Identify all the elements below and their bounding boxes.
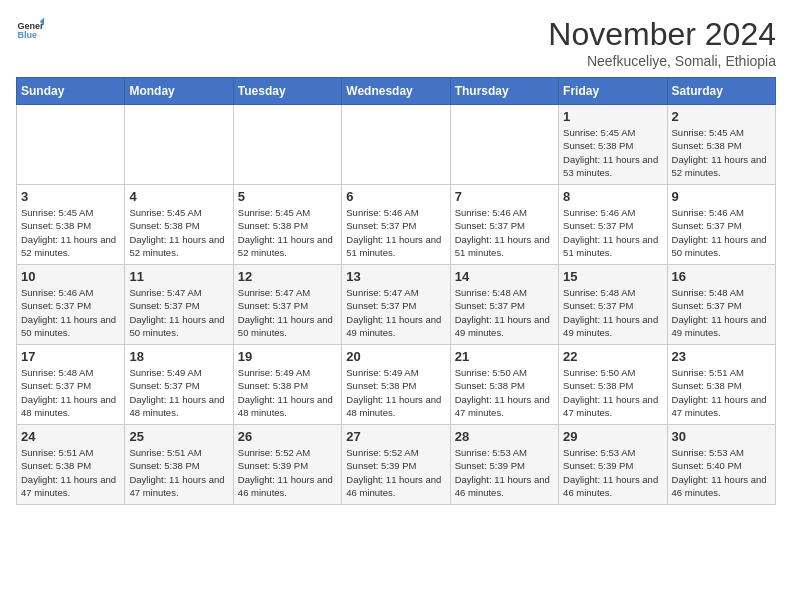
location-subtitle: Neefkuceliye, Somali, Ethiopia	[548, 53, 776, 69]
calendar-cell: 8Sunrise: 5:46 AM Sunset: 5:37 PM Daylig…	[559, 185, 667, 265]
calendar-cell: 23Sunrise: 5:51 AM Sunset: 5:38 PM Dayli…	[667, 345, 775, 425]
calendar-cell: 28Sunrise: 5:53 AM Sunset: 5:39 PM Dayli…	[450, 425, 558, 505]
day-number: 16	[672, 269, 771, 284]
day-number: 23	[672, 349, 771, 364]
day-number: 30	[672, 429, 771, 444]
day-number: 20	[346, 349, 445, 364]
day-number: 10	[21, 269, 120, 284]
day-number: 12	[238, 269, 337, 284]
day-number: 21	[455, 349, 554, 364]
header-saturday: Saturday	[667, 78, 775, 105]
day-info: Sunrise: 5:50 AM Sunset: 5:38 PM Dayligh…	[563, 366, 662, 419]
header-monday: Monday	[125, 78, 233, 105]
day-number: 15	[563, 269, 662, 284]
calendar-cell: 16Sunrise: 5:48 AM Sunset: 5:37 PM Dayli…	[667, 265, 775, 345]
calendar-cell: 11Sunrise: 5:47 AM Sunset: 5:37 PM Dayli…	[125, 265, 233, 345]
calendar-cell: 21Sunrise: 5:50 AM Sunset: 5:38 PM Dayli…	[450, 345, 558, 425]
header-friday: Friday	[559, 78, 667, 105]
calendar-table: SundayMondayTuesdayWednesdayThursdayFrid…	[16, 77, 776, 505]
calendar-cell: 2Sunrise: 5:45 AM Sunset: 5:38 PM Daylig…	[667, 105, 775, 185]
calendar-cell: 3Sunrise: 5:45 AM Sunset: 5:38 PM Daylig…	[17, 185, 125, 265]
svg-text:Blue: Blue	[17, 30, 37, 40]
day-info: Sunrise: 5:48 AM Sunset: 5:37 PM Dayligh…	[455, 286, 554, 339]
calendar-cell	[450, 105, 558, 185]
day-info: Sunrise: 5:47 AM Sunset: 5:37 PM Dayligh…	[238, 286, 337, 339]
calendar-cell: 30Sunrise: 5:53 AM Sunset: 5:40 PM Dayli…	[667, 425, 775, 505]
calendar-cell: 12Sunrise: 5:47 AM Sunset: 5:37 PM Dayli…	[233, 265, 341, 345]
calendar-cell: 10Sunrise: 5:46 AM Sunset: 5:37 PM Dayli…	[17, 265, 125, 345]
day-number: 25	[129, 429, 228, 444]
calendar-week-row: 10Sunrise: 5:46 AM Sunset: 5:37 PM Dayli…	[17, 265, 776, 345]
calendar-cell: 1Sunrise: 5:45 AM Sunset: 5:38 PM Daylig…	[559, 105, 667, 185]
calendar-cell: 24Sunrise: 5:51 AM Sunset: 5:38 PM Dayli…	[17, 425, 125, 505]
header-wednesday: Wednesday	[342, 78, 450, 105]
day-number: 11	[129, 269, 228, 284]
day-number: 18	[129, 349, 228, 364]
day-info: Sunrise: 5:48 AM Sunset: 5:37 PM Dayligh…	[563, 286, 662, 339]
day-number: 26	[238, 429, 337, 444]
calendar-cell: 9Sunrise: 5:46 AM Sunset: 5:37 PM Daylig…	[667, 185, 775, 265]
calendar-cell: 18Sunrise: 5:49 AM Sunset: 5:37 PM Dayli…	[125, 345, 233, 425]
calendar-cell: 19Sunrise: 5:49 AM Sunset: 5:38 PM Dayli…	[233, 345, 341, 425]
day-info: Sunrise: 5:52 AM Sunset: 5:39 PM Dayligh…	[346, 446, 445, 499]
day-number: 22	[563, 349, 662, 364]
logo-icon: General Blue	[16, 16, 44, 44]
header-sunday: Sunday	[17, 78, 125, 105]
header: General Blue November 2024 Neefkuceliye,…	[16, 16, 776, 69]
calendar-cell	[125, 105, 233, 185]
calendar-cell: 7Sunrise: 5:46 AM Sunset: 5:37 PM Daylig…	[450, 185, 558, 265]
calendar-cell: 13Sunrise: 5:47 AM Sunset: 5:37 PM Dayli…	[342, 265, 450, 345]
day-info: Sunrise: 5:53 AM Sunset: 5:39 PM Dayligh…	[455, 446, 554, 499]
calendar-week-row: 17Sunrise: 5:48 AM Sunset: 5:37 PM Dayli…	[17, 345, 776, 425]
day-info: Sunrise: 5:46 AM Sunset: 5:37 PM Dayligh…	[672, 206, 771, 259]
day-info: Sunrise: 5:46 AM Sunset: 5:37 PM Dayligh…	[346, 206, 445, 259]
calendar-cell: 5Sunrise: 5:45 AM Sunset: 5:38 PM Daylig…	[233, 185, 341, 265]
calendar-cell: 14Sunrise: 5:48 AM Sunset: 5:37 PM Dayli…	[450, 265, 558, 345]
day-info: Sunrise: 5:49 AM Sunset: 5:38 PM Dayligh…	[346, 366, 445, 419]
calendar-cell	[233, 105, 341, 185]
calendar-cell: 26Sunrise: 5:52 AM Sunset: 5:39 PM Dayli…	[233, 425, 341, 505]
day-info: Sunrise: 5:51 AM Sunset: 5:38 PM Dayligh…	[129, 446, 228, 499]
day-info: Sunrise: 5:53 AM Sunset: 5:39 PM Dayligh…	[563, 446, 662, 499]
day-number: 2	[672, 109, 771, 124]
day-number: 14	[455, 269, 554, 284]
day-info: Sunrise: 5:46 AM Sunset: 5:37 PM Dayligh…	[563, 206, 662, 259]
calendar-week-row: 3Sunrise: 5:45 AM Sunset: 5:38 PM Daylig…	[17, 185, 776, 265]
day-number: 4	[129, 189, 228, 204]
day-info: Sunrise: 5:48 AM Sunset: 5:37 PM Dayligh…	[672, 286, 771, 339]
calendar-cell: 20Sunrise: 5:49 AM Sunset: 5:38 PM Dayli…	[342, 345, 450, 425]
day-info: Sunrise: 5:52 AM Sunset: 5:39 PM Dayligh…	[238, 446, 337, 499]
day-number: 28	[455, 429, 554, 444]
day-info: Sunrise: 5:47 AM Sunset: 5:37 PM Dayligh…	[129, 286, 228, 339]
day-info: Sunrise: 5:48 AM Sunset: 5:37 PM Dayligh…	[21, 366, 120, 419]
day-number: 17	[21, 349, 120, 364]
calendar-cell: 29Sunrise: 5:53 AM Sunset: 5:39 PM Dayli…	[559, 425, 667, 505]
calendar-cell: 4Sunrise: 5:45 AM Sunset: 5:38 PM Daylig…	[125, 185, 233, 265]
day-info: Sunrise: 5:45 AM Sunset: 5:38 PM Dayligh…	[672, 126, 771, 179]
day-info: Sunrise: 5:53 AM Sunset: 5:40 PM Dayligh…	[672, 446, 771, 499]
day-number: 13	[346, 269, 445, 284]
svg-text:General: General	[17, 21, 44, 31]
day-info: Sunrise: 5:45 AM Sunset: 5:38 PM Dayligh…	[563, 126, 662, 179]
day-number: 6	[346, 189, 445, 204]
day-number: 8	[563, 189, 662, 204]
calendar-cell: 27Sunrise: 5:52 AM Sunset: 5:39 PM Dayli…	[342, 425, 450, 505]
calendar-cell: 25Sunrise: 5:51 AM Sunset: 5:38 PM Dayli…	[125, 425, 233, 505]
title-area: November 2024 Neefkuceliye, Somali, Ethi…	[548, 16, 776, 69]
calendar-cell	[17, 105, 125, 185]
day-info: Sunrise: 5:51 AM Sunset: 5:38 PM Dayligh…	[21, 446, 120, 499]
day-number: 27	[346, 429, 445, 444]
calendar-week-row: 24Sunrise: 5:51 AM Sunset: 5:38 PM Dayli…	[17, 425, 776, 505]
calendar-header-row: SundayMondayTuesdayWednesdayThursdayFrid…	[17, 78, 776, 105]
day-number: 5	[238, 189, 337, 204]
header-thursday: Thursday	[450, 78, 558, 105]
calendar-cell: 22Sunrise: 5:50 AM Sunset: 5:38 PM Dayli…	[559, 345, 667, 425]
logo: General Blue	[16, 16, 44, 44]
calendar-cell: 17Sunrise: 5:48 AM Sunset: 5:37 PM Dayli…	[17, 345, 125, 425]
day-info: Sunrise: 5:50 AM Sunset: 5:38 PM Dayligh…	[455, 366, 554, 419]
day-info: Sunrise: 5:45 AM Sunset: 5:38 PM Dayligh…	[21, 206, 120, 259]
day-info: Sunrise: 5:49 AM Sunset: 5:37 PM Dayligh…	[129, 366, 228, 419]
header-tuesday: Tuesday	[233, 78, 341, 105]
day-number: 7	[455, 189, 554, 204]
day-info: Sunrise: 5:46 AM Sunset: 5:37 PM Dayligh…	[21, 286, 120, 339]
